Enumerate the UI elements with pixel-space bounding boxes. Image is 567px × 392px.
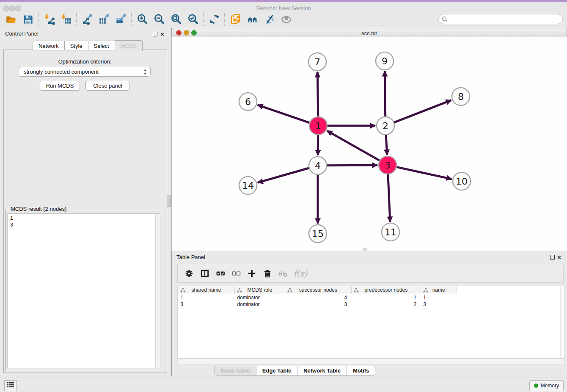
graph-edge-3-10[interactable]	[396, 167, 451, 179]
control-panel-close-icon[interactable]: ×	[160, 31, 164, 38]
toolbar-separator	[76, 13, 77, 26]
select-stepper-icon	[143, 69, 148, 77]
zoom-fit-icon[interactable]	[168, 13, 184, 26]
table-panel-float-icon[interactable]	[550, 254, 555, 261]
network-window-titlebar[interactable]: × − + scc.txt	[171, 28, 567, 37]
column-header-predecessor-nodes[interactable]: predecessor nodes	[351, 286, 421, 294]
tab-select[interactable]: Select	[88, 41, 115, 50]
memory-button[interactable]: Memory	[529, 380, 564, 391]
graph-node-label-8: 8	[458, 91, 464, 102]
control-panel-tabs: NetworkStyleSelectMCDS	[33, 41, 143, 51]
graph-node-label-11: 11	[385, 227, 396, 237]
result-line: 1	[10, 215, 160, 221]
toolbar-separator	[203, 13, 204, 26]
graph-node-label-7: 7	[314, 57, 320, 67]
new-network-from-selection-icon[interactable]	[227, 13, 244, 26]
graph-edge-1-4[interactable]	[318, 135, 318, 155]
search-input[interactable]	[450, 15, 559, 23]
column-settings-icon[interactable]	[181, 266, 197, 281]
column-header-shared-name[interactable]: shared name	[178, 286, 235, 294]
table-toolbar: f(x)	[177, 264, 564, 283]
graph-node-label-15: 15	[312, 229, 324, 239]
memory-label: Memory	[541, 383, 559, 389]
mcds-result-textarea[interactable]: 13	[7, 213, 160, 368]
refresh-view-icon[interactable]	[206, 13, 223, 26]
tab-network[interactable]: Network	[33, 41, 65, 50]
deselect-all-rows-icon[interactable]	[228, 266, 244, 281]
mcds-result-group: MCDS result (2 nodes) 13	[5, 209, 163, 371]
table-panel-title: Table Panel	[176, 254, 205, 260]
table-row[interactable]: 1dominator411	[178, 294, 564, 301]
show-all-icon[interactable]	[278, 13, 295, 26]
optimization-criterion-label: Optimization criterion:	[0, 58, 170, 65]
tab-network-table[interactable]: Network Table	[297, 366, 347, 375]
network-window-title: scc.txt	[172, 30, 567, 36]
table-scrollbar-gutter[interactable]	[560, 286, 561, 358]
show-column-list-icon[interactable]	[197, 266, 212, 281]
zoom-out-icon[interactable]	[151, 13, 168, 26]
select-all-rows-icon[interactable]	[212, 266, 228, 281]
table-row[interactable]: 3dominator323	[178, 301, 564, 308]
export-image-icon[interactable]	[113, 13, 129, 26]
status-bar: Memory	[0, 378, 567, 392]
search-field[interactable]	[438, 14, 563, 24]
zoom-selected-icon[interactable]	[184, 13, 201, 26]
tab-node-table[interactable]: Node Table	[215, 366, 256, 375]
column-header-MCDS-role[interactable]: MCDS role	[234, 286, 285, 294]
apply-function-button: f(x)	[291, 266, 310, 281]
memory-status-icon	[534, 384, 538, 388]
result-line: 3	[10, 221, 160, 228]
graph-edge-3-1[interactable]	[327, 131, 380, 160]
titlebar: Session: New Session	[0, 2, 567, 12]
window-title: Session: New Session	[0, 5, 567, 11]
graph-edge-3-11[interactable]	[388, 174, 390, 222]
export-network-icon[interactable]	[79, 13, 96, 26]
graph-node-label-4: 4	[315, 160, 321, 171]
graph-edge-2-9[interactable]	[385, 71, 385, 116]
tab-mcds[interactable]: MCDS	[115, 40, 143, 51]
search-icon	[441, 16, 448, 24]
tab-motifs[interactable]: Motifs	[347, 366, 375, 375]
graph-node-label-9: 9	[382, 56, 388, 66]
control-panel-float-icon[interactable]	[153, 31, 157, 38]
import-network-icon[interactable]	[41, 13, 58, 26]
criterion-select[interactable]: strongly connected component	[19, 67, 151, 77]
graph-edge-2-8[interactable]	[394, 100, 451, 122]
node-table: shared nameMCDS rolesuccessor nodesprede…	[177, 286, 564, 359]
run-mcds-button[interactable]: Run MCDS	[40, 81, 80, 91]
table-panel-close-icon[interactable]: ×	[557, 254, 561, 261]
save-session-icon[interactable]	[19, 13, 36, 26]
task-history-button[interactable]	[4, 380, 17, 391]
add-row-icon[interactable]	[244, 266, 259, 281]
graph-node-label-1: 1	[315, 121, 321, 131]
graph-node-label-2: 2	[383, 121, 388, 131]
network-graph: 7968124314101511	[172, 37, 567, 250]
graph-edge-2-3[interactable]	[386, 135, 387, 155]
graph-node-label-10: 10	[456, 176, 468, 187]
zoom-in-icon[interactable]	[134, 13, 151, 26]
network-view-window: × − + scc.txt 7968124314101511	[171, 28, 567, 251]
column-header-empty	[457, 286, 564, 294]
import-table-icon[interactable]	[58, 13, 74, 26]
column-header-successor-nodes[interactable]: successor nodes	[285, 286, 351, 294]
hide-selected-icon[interactable]	[261, 13, 278, 26]
table-hscrollbar[interactable]	[177, 359, 564, 364]
tab-style[interactable]: Style	[65, 41, 88, 50]
network-canvas[interactable]: 7968124314101511	[171, 37, 567, 251]
application-window: Session: New Session Control Panel × Net…	[0, 0, 567, 392]
tab-edge-table[interactable]: Edge Table	[256, 366, 297, 375]
open-file-icon[interactable]	[3, 13, 19, 26]
export-table-icon[interactable]	[96, 13, 113, 26]
column-header-name[interactable]: name	[421, 286, 457, 294]
toolbar-separator	[38, 13, 39, 26]
first-neighbors-icon[interactable]	[244, 13, 261, 26]
delete-rows-icon[interactable]	[259, 266, 275, 281]
graph-edge-4-14[interactable]	[258, 168, 309, 182]
graph-edge-1-6[interactable]	[258, 105, 309, 123]
close-panel-button[interactable]: Close panel	[85, 81, 130, 91]
splitter-handle[interactable]	[167, 195, 171, 207]
result-scrollbar[interactable]	[155, 214, 160, 368]
graph-edge-1-7[interactable]	[317, 72, 318, 116]
network-resize-handle[interactable]	[363, 248, 367, 251]
graph-edge-4-3[interactable]	[327, 165, 377, 166]
